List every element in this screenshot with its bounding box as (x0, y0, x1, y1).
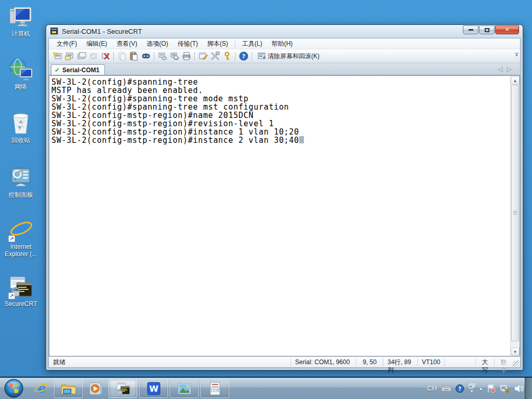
minimize-icon (469, 29, 473, 31)
status-caps-lock: 大写 (475, 358, 494, 366)
desktop-icon-recycle-bin[interactable]: 回收站 (1, 111, 41, 144)
toolbar: ? A 清除屏幕和回滚(K) ▾ (49, 49, 520, 63)
toolbar-separator (113, 52, 114, 61)
tab-scroll-arrows[interactable]: ◁▷ (498, 65, 516, 73)
securecrt-icon: ↗ (8, 274, 33, 299)
terminal-cursor (299, 136, 304, 143)
title-bar[interactable]: Serial-COM1 - SecureCRT ✕ (46, 25, 523, 38)
resize-grip[interactable] (513, 361, 519, 367)
svg-text:e: e (37, 381, 46, 396)
computer-icon (8, 4, 33, 29)
shortcut-arrow-icon: ↗ (8, 292, 15, 299)
copy-icon (116, 51, 127, 61)
menu-transfer[interactable]: 传输(T) (173, 38, 203, 49)
desktop-icon-label: 计算机 (1, 30, 41, 37)
quick-connect-icon[interactable] (52, 51, 63, 61)
menu-help[interactable]: 帮助(H) (267, 38, 298, 49)
disconnect-icon[interactable] (100, 51, 111, 61)
desktop-icon-control-panel[interactable]: 控制面板 (1, 165, 41, 198)
close-button[interactable]: ✕ (495, 25, 519, 34)
terminal-line: SW-3L-2(config)#spanning-tree (51, 78, 510, 86)
taskbar-media-player[interactable] (85, 379, 106, 398)
svg-text:e: e (14, 217, 29, 241)
network-icon (8, 57, 33, 82)
menu-script[interactable]: 脚本(S) (203, 38, 233, 49)
tab-serial-com1[interactable]: ✔ Serial-COM1 (51, 64, 105, 75)
volume-icon[interactable] (514, 384, 524, 393)
action-center-icon[interactable] (487, 384, 496, 393)
find-icon[interactable] (140, 51, 151, 61)
menu-view[interactable]: 查看(V) (112, 38, 142, 49)
scroll-up-icon[interactable]: ▲ (511, 76, 520, 84)
terminal-line: SW-3L-2(config-mstp-region)#revision-lev… (51, 119, 510, 128)
help-icon[interactable]: ? (238, 51, 249, 61)
terminal-line: MSTP has already been enabled. (51, 86, 510, 95)
network-status-icon[interactable]: ! (500, 384, 510, 393)
connect-icon[interactable] (64, 51, 75, 61)
auto-print-icon[interactable] (169, 51, 180, 61)
taskbar-wps-writer[interactable]: W (139, 379, 168, 398)
terminal-area[interactable]: SW-3L-2(config)#spanning-treeMSTP has al… (49, 75, 520, 356)
taskbar: e (0, 377, 532, 399)
maximize-button[interactable] (479, 25, 495, 34)
print-icon[interactable] (157, 51, 168, 61)
toolbar-separator (251, 52, 252, 61)
start-button[interactable] (4, 378, 24, 398)
desktop-icon-internet-explorer[interactable]: e ↗ Internet Explorer (... (1, 217, 41, 258)
global-options-icon[interactable] (209, 51, 220, 61)
maximize-icon (485, 28, 489, 32)
show-desktop-button[interactable] (525, 378, 532, 399)
terminal-line: SW-3L-2(config)#spanning-tree mst config… (51, 103, 510, 111)
terminal-line: SW-3L-2(config)#spanning-tree mode mstp (51, 95, 510, 103)
desktop-icon-label: Internet Explorer (... (1, 243, 41, 258)
language-indicator[interactable]: CH (427, 384, 437, 392)
status-serial: Serial: COM1, 9600 (290, 358, 356, 366)
menu-options[interactable]: 选项(O) (142, 38, 172, 49)
vertical-scrollbar[interactable]: ▲ ▼ (510, 76, 519, 355)
menu-edit[interactable]: 编辑(E) (82, 38, 112, 49)
status-bar: 就绪 Serial: COM1, 9600 9, 50 34行, 89列 VT1… (49, 356, 520, 367)
status-cursor-position: 9, 50 (356, 358, 383, 366)
menu-file[interactable]: 文件(F) (52, 38, 82, 49)
terminal-line: SW-3L-2(config-mstp-region)#instance 2 v… (51, 136, 299, 144)
keymap-icon[interactable] (221, 51, 232, 61)
clear-screen-button[interactable]: A 清除屏幕和回滚(K) (254, 50, 323, 62)
window-content: 文件(F) 编辑(E) 查看(V) 选项(O) 传输(T) 脚本(S) 工具(L… (48, 38, 521, 368)
taskbar-explorer[interactable] (54, 379, 83, 398)
desktop-icon-label: 控制面板 (1, 191, 41, 198)
printer-setup-icon[interactable] (181, 51, 192, 61)
scrollbar-thumb[interactable] (511, 85, 519, 341)
keyboard-icon[interactable] (442, 385, 451, 392)
svg-text:?: ? (242, 53, 245, 60)
terminal-text: SW-3L-2(config)#spanning-treeMSTP has al… (50, 76, 510, 355)
scroll-down-icon[interactable]: ▼ (511, 348, 520, 355)
taskbar-photo-viewer[interactable] (170, 379, 198, 398)
show-hidden-icons[interactable]: ▴ (480, 385, 482, 391)
paste-icon[interactable] (128, 51, 139, 61)
status-spacer (444, 358, 475, 366)
ime-help-icon[interactable]: ? (456, 384, 464, 393)
system-tray: CH ? ▾ ▴ ! (427, 378, 524, 399)
status-emulation: VT100 (417, 358, 444, 366)
menu-bar: 文件(F) 编辑(E) 查看(V) 选项(O) 传输(T) 脚本(S) 工具(L… (49, 38, 520, 49)
taskbar-securecrt[interactable] (109, 379, 137, 398)
clear-screen-icon: A (256, 51, 267, 61)
desktop-icon-securecrt[interactable]: ↗ SecureCRT (1, 274, 41, 308)
session-options-icon[interactable] (197, 51, 208, 61)
taskbar-document[interactable]: 0¼å (201, 379, 229, 398)
toolbar-separator (194, 52, 195, 61)
connect-in-tab-icon[interactable] (76, 51, 87, 61)
toolbar-overflow-icon[interactable]: ▾ (515, 53, 518, 57)
minimize-button[interactable] (463, 25, 478, 34)
desktop-icon-label: SecureCRT (1, 300, 41, 308)
svg-text:?: ? (458, 386, 461, 392)
desktop: 计算机 网络 回收站 (0, 0, 532, 399)
recycle-bin-icon (8, 111, 33, 136)
taskbar-internet-explorer[interactable]: e (31, 379, 51, 398)
svg-text:!: ! (507, 389, 508, 393)
ime-mode-icon[interactable]: ▾ (469, 383, 475, 394)
menu-separator (235, 40, 235, 47)
desktop-icon-network[interactable]: 网络 (1, 57, 41, 90)
desktop-icon-computer[interactable]: 计算机 (1, 4, 41, 37)
menu-tools[interactable]: 工具(L) (237, 38, 267, 49)
